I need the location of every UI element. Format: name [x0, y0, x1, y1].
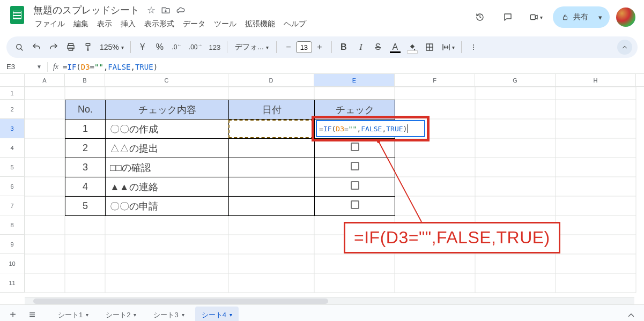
- sheet-tab-dropdown-icon[interactable]: ▾: [134, 312, 136, 318]
- menu-表示形式[interactable]: 表示形式: [140, 17, 178, 31]
- row-header-5[interactable]: 5: [0, 158, 25, 177]
- svg-point-7: [473, 44, 474, 46]
- bold-icon[interactable]: B: [336, 40, 351, 55]
- col-header-F[interactable]: F: [395, 74, 475, 86]
- menubar: ファイル編集表示挿入表示形式データツール拡張機能ヘルプ: [31, 17, 310, 31]
- menu-ツール[interactable]: ツール: [210, 17, 240, 31]
- menu-編集[interactable]: 編集: [70, 17, 92, 31]
- history-icon[interactable]: [469, 6, 491, 28]
- menu-ヘルプ[interactable]: ヘルプ: [280, 17, 310, 31]
- col-header-B[interactable]: B: [65, 74, 105, 86]
- account-avatar[interactable]: [616, 8, 635, 27]
- merge-cells-icon[interactable]: ▾: [439, 40, 457, 55]
- share-dropdown-icon[interactable]: ▾: [593, 13, 608, 21]
- checkbox-icon[interactable]: [351, 200, 359, 209]
- row-header-11[interactable]: 11: [0, 273, 25, 293]
- callout-annotation: =IF(D3="",FALSE,TRUE): [344, 222, 560, 253]
- row-header-9[interactable]: 9: [0, 235, 25, 254]
- menu-拡張機能[interactable]: 拡張機能: [241, 17, 279, 31]
- cell-date: [229, 120, 315, 139]
- all-sheets-button[interactable]: ≡: [24, 307, 41, 322]
- sheet-tab-シート3[interactable]: シート3▾: [147, 307, 190, 322]
- name-box-dropdown-icon[interactable]: ▼: [36, 64, 42, 70]
- svg-point-8: [473, 47, 474, 48]
- sheet-tab-シート4[interactable]: シート4▾: [195, 307, 239, 322]
- borders-icon[interactable]: [422, 40, 437, 55]
- increase-decimal-icon[interactable]: .00→: [187, 40, 205, 55]
- checkbox-icon[interactable]: [351, 181, 359, 190]
- sheet-tab-dropdown-icon[interactable]: ▾: [182, 312, 184, 318]
- col-header-A[interactable]: A: [25, 74, 65, 86]
- row-header-2[interactable]: 2: [0, 100, 25, 119]
- cell-no: 5: [65, 197, 106, 216]
- sheet-tabs: シート1▾シート2▾シート3▾シート4▾: [51, 307, 239, 322]
- row-header-6[interactable]: 6: [0, 177, 25, 196]
- font-family-select[interactable]: デフォ...▾: [232, 40, 272, 55]
- sheet-tab-dropdown-icon[interactable]: ▾: [230, 312, 232, 318]
- fill-color-icon[interactable]: [405, 40, 420, 55]
- row-header-4[interactable]: 4: [0, 138, 25, 158]
- cell-editor[interactable]: =IF(D3="",FALSE,TRUE): [316, 120, 425, 137]
- move-icon[interactable]: [161, 5, 171, 15]
- row-header-8[interactable]: 8: [0, 215, 25, 235]
- horizontal-scrollbar[interactable]: [25, 297, 634, 304]
- col-header-D[interactable]: D: [228, 74, 314, 86]
- row-header-1[interactable]: 1: [0, 87, 25, 100]
- print-icon[interactable]: [63, 40, 78, 55]
- doc-title[interactable]: 無題のスプレッドシート: [31, 4, 142, 17]
- menu-データ[interactable]: データ: [179, 17, 209, 31]
- comment-icon[interactable]: [497, 6, 519, 28]
- header-content: チェック内容: [106, 100, 229, 120]
- name-box[interactable]: E3: [4, 63, 32, 71]
- more-toolbar-icon[interactable]: [466, 40, 481, 55]
- cloud-icon[interactable]: [176, 5, 186, 15]
- star-icon[interactable]: ☆: [147, 4, 156, 16]
- sheet-tab-シート1[interactable]: シート1▾: [51, 307, 95, 322]
- row-header-3[interactable]: 3: [0, 119, 25, 138]
- meet-icon[interactable]: ▾: [525, 6, 546, 28]
- spreadsheet-grid[interactable]: ABCDEFGH 1234567891011 No. チェック内容 日付 チェッ…: [0, 74, 644, 304]
- add-sheet-button[interactable]: +: [4, 307, 21, 322]
- undo-icon[interactable]: [29, 40, 44, 55]
- search-menus-icon[interactable]: [12, 40, 27, 55]
- share-label: 共有: [573, 12, 588, 22]
- percent-icon[interactable]: %: [152, 40, 167, 55]
- sheets-logo[interactable]: [6, 4, 28, 26]
- redo-icon[interactable]: [46, 40, 61, 55]
- paint-format-icon[interactable]: [80, 40, 95, 55]
- sheet-tab-シート2[interactable]: シート2▾: [99, 307, 143, 322]
- col-header-G[interactable]: G: [475, 74, 556, 86]
- checkbox-icon[interactable]: [351, 143, 359, 151]
- strikethrough-icon[interactable]: S: [371, 40, 386, 55]
- formula-input[interactable]: =IF(D3="",FALSE,TRUE): [63, 63, 158, 71]
- cells-canvas[interactable]: No. チェック内容 日付 チェック 1〇〇の作成2△△の提出3□□の確認4▲▲…: [25, 87, 644, 304]
- explore-icon[interactable]: [623, 307, 640, 322]
- italic-icon[interactable]: I: [353, 40, 368, 55]
- col-header-H[interactable]: H: [556, 74, 636, 86]
- font-family-value: デフォ...: [235, 42, 264, 52]
- cell-content: 〇〇の申請: [106, 197, 229, 216]
- decrease-decimal-icon[interactable]: .0←: [169, 40, 184, 55]
- more-formats-icon[interactable]: 123: [207, 40, 223, 55]
- increase-font-icon[interactable]: +: [312, 40, 327, 55]
- currency-icon[interactable]: ¥: [135, 40, 150, 55]
- menu-挿入[interactable]: 挿入: [117, 17, 139, 31]
- svg-point-2: [17, 44, 21, 49]
- select-all-corner[interactable]: [0, 74, 25, 86]
- menu-ファイル[interactable]: ファイル: [31, 17, 69, 31]
- font-size-input[interactable]: [296, 41, 312, 53]
- decrease-font-icon[interactable]: −: [281, 40, 296, 55]
- zoom-select[interactable]: 125% ▾: [98, 40, 126, 55]
- row-header-7[interactable]: 7: [0, 196, 25, 215]
- collapse-toolbar-icon[interactable]: [617, 40, 632, 55]
- share-button[interactable]: 共有 ▾: [553, 6, 610, 28]
- menu-表示[interactable]: 表示: [93, 17, 116, 31]
- sheet-tab-dropdown-icon[interactable]: ▾: [86, 312, 88, 318]
- col-header-E[interactable]: E: [314, 74, 395, 86]
- row-header-10[interactable]: 10: [0, 254, 25, 273]
- cell-no: 1: [65, 120, 106, 139]
- header-no: No.: [65, 100, 106, 120]
- text-color-icon[interactable]: A: [388, 40, 403, 55]
- col-header-C[interactable]: C: [105, 74, 228, 86]
- checkbox-icon[interactable]: [351, 162, 359, 170]
